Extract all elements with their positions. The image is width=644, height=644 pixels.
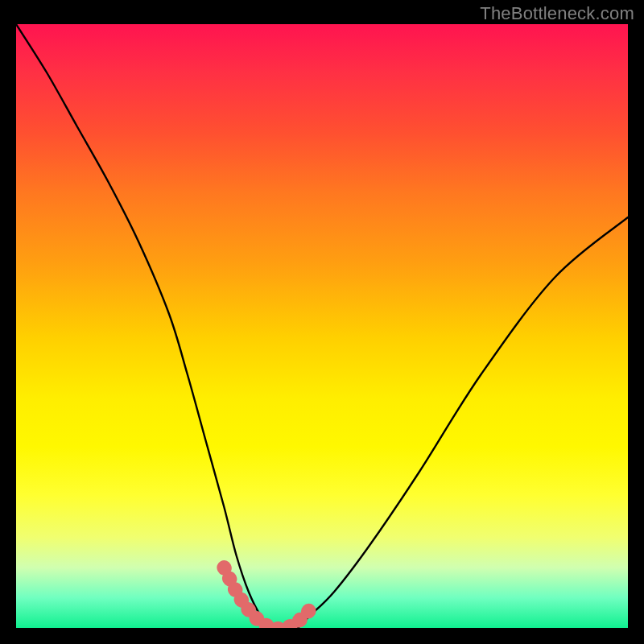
- chart-stage: TheBottleneck.com: [0, 0, 644, 644]
- bottleneck-curve: [16, 24, 628, 628]
- plot-area: [16, 24, 628, 628]
- optimal-region-highlight: [224, 568, 309, 628]
- curve-layer: [16, 24, 628, 628]
- attribution-text: TheBottleneck.com: [480, 3, 634, 24]
